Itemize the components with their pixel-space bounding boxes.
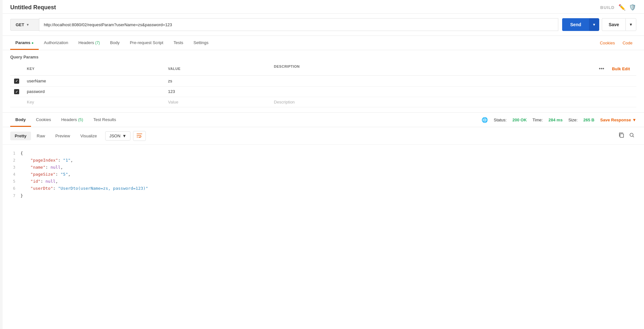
tab-settings[interactable]: Settings xyxy=(188,36,214,50)
request-title: Untitled Request xyxy=(10,4,56,11)
params-table-wrapper: KEY VALUE DESCRIPTION ••• Bulk Edit xyxy=(3,62,644,107)
tab-authorization[interactable]: Authorization xyxy=(39,36,73,50)
response-tab-body[interactable]: Body xyxy=(10,113,31,127)
row1-key[interactable]: userName xyxy=(23,76,164,87)
query-params-label: Query Params xyxy=(3,50,644,62)
new-row-key[interactable]: Key xyxy=(23,97,164,107)
url-input[interactable] xyxy=(39,18,558,31)
request-tabs: Params ● Authorization Headers (7) Body … xyxy=(3,36,644,50)
preview-button[interactable]: Preview xyxy=(51,132,75,140)
save-container: Save ▼ xyxy=(602,18,636,31)
row2-checkbox-cell[interactable]: ✓ xyxy=(10,86,23,97)
response-meta: 🌐 Status: 200 OK Time: 284 ms Size: 265 … xyxy=(482,117,636,123)
response-tab-test-results[interactable]: Test Results xyxy=(88,113,121,127)
new-row-description[interactable]: Description xyxy=(270,97,636,107)
tab-body[interactable]: Body xyxy=(105,36,125,50)
json-line: 5 "id": null, xyxy=(10,178,636,185)
status-value: 200 OK xyxy=(512,118,527,122)
wrap-button[interactable] xyxy=(133,131,146,141)
row2-checkbox[interactable]: ✓ xyxy=(14,89,19,94)
response-section: Body Cookies Headers (5) Test Results 🌐 … xyxy=(3,112,644,204)
copy-icon xyxy=(618,132,624,138)
json-line: 1 { xyxy=(10,150,636,157)
search-icon xyxy=(629,133,634,138)
json-viewer: 1 { 2 "pageIndex": "1", 3 "name": null, … xyxy=(3,145,644,204)
params-dot: ● xyxy=(32,41,34,45)
checkbox-col-header xyxy=(10,62,23,76)
tab-params[interactable]: Params ● xyxy=(10,36,39,50)
response-tab-cookies[interactable]: Cookies xyxy=(31,113,56,127)
method-select[interactable]: GET ▼ xyxy=(10,19,39,31)
row2-description[interactable] xyxy=(270,86,636,97)
time-value: 284 ms xyxy=(548,118,562,122)
tab-headers[interactable]: Headers (7) xyxy=(73,36,105,50)
tab-pre-request-script[interactable]: Pre-request Script xyxy=(125,36,169,50)
code-link[interactable]: Code xyxy=(619,36,636,50)
build-area: BUILD ✏️ 🛡️ xyxy=(600,4,636,11)
url-bar: GET ▼ Send ▼ Save ▼ xyxy=(3,14,644,36)
params-table: KEY VALUE DESCRIPTION ••• Bulk Edit xyxy=(10,62,636,107)
save-dropdown-button[interactable]: ▼ xyxy=(625,18,636,31)
build-icons: ✏️ 🛡️ xyxy=(618,4,636,11)
cookies-link[interactable]: Cookies xyxy=(596,36,619,50)
format-type-select[interactable]: JSON ▼ xyxy=(105,131,131,141)
save-response-button[interactable]: Save Response ▼ xyxy=(600,118,636,122)
raw-button[interactable]: Raw xyxy=(32,132,50,140)
response-tabs-bar: Body Cookies Headers (5) Test Results 🌐 … xyxy=(3,113,644,127)
bulk-edit-button[interactable]: Bulk Edit xyxy=(609,65,632,73)
json-line: 3 "name": null, xyxy=(10,164,636,171)
row1-checkbox[interactable]: ✓ xyxy=(14,79,19,84)
new-param-row: Key Value Description xyxy=(10,97,636,107)
save-button[interactable]: Save xyxy=(602,18,625,31)
description-col-header: DESCRIPTION ••• Bulk Edit xyxy=(270,62,636,76)
search-button[interactable] xyxy=(627,131,636,141)
send-dropdown-button[interactable]: ▼ xyxy=(589,18,600,31)
row2-value[interactable]: 123 xyxy=(164,86,270,97)
size-label: Size: xyxy=(568,118,577,122)
response-body-toolbar: Pretty Raw Preview Visualize JSON ▼ xyxy=(3,127,644,145)
response-tab-headers[interactable]: Headers (5) xyxy=(56,113,88,127)
globe-icon: 🌐 xyxy=(482,117,488,123)
table-row: ✓ userName zs xyxy=(10,76,636,87)
copy-button[interactable] xyxy=(617,130,626,141)
json-line: 7 } xyxy=(10,192,636,199)
row1-value[interactable]: zs xyxy=(164,76,270,87)
tab-tests[interactable]: Tests xyxy=(169,36,188,50)
row1-checkbox-cell[interactable]: ✓ xyxy=(10,76,23,87)
shield-icon: 🛡️ xyxy=(629,4,636,11)
status-label: Status: xyxy=(494,118,507,122)
query-params-section: Query Params KEY VALUE DESCRIPTION xyxy=(3,50,644,107)
new-row-checkbox-cell xyxy=(10,97,23,107)
time-label: Time: xyxy=(532,118,543,122)
size-value: 265 B xyxy=(583,118,594,122)
row2-key[interactable]: password xyxy=(23,86,164,97)
wrap-icon xyxy=(137,133,142,138)
visualize-button[interactable]: Visualize xyxy=(76,132,101,140)
build-label: BUILD xyxy=(600,5,615,10)
pretty-button[interactable]: Pretty xyxy=(10,132,31,140)
save-response-chevron-icon: ▼ xyxy=(632,118,636,122)
row1-description[interactable] xyxy=(270,76,636,87)
method-chevron-icon: ▼ xyxy=(26,23,29,27)
format-chevron-icon: ▼ xyxy=(122,134,127,138)
svg-rect-0 xyxy=(620,134,624,137)
new-row-value[interactable]: Value xyxy=(164,97,270,107)
table-row: ✓ password 123 xyxy=(10,86,636,97)
send-button[interactable]: Send xyxy=(562,18,589,31)
more-options-button[interactable]: ••• xyxy=(596,65,607,73)
method-label: GET xyxy=(16,22,24,27)
json-line: 2 "pageIndex": "1", xyxy=(10,157,636,164)
left-sidebar xyxy=(0,0,3,329)
send-container: Send ▼ xyxy=(562,18,599,31)
json-line: 6 "userDto": "UserDto(userName=zs, passw… xyxy=(10,185,636,192)
pencil-icon: ✏️ xyxy=(618,4,626,11)
json-line: 4 "pageSize": "5", xyxy=(10,171,636,178)
key-col-header: KEY xyxy=(23,62,164,76)
value-col-header: VALUE xyxy=(164,62,270,76)
top-bar: Untitled Request BUILD ✏️ 🛡️ xyxy=(3,0,644,14)
